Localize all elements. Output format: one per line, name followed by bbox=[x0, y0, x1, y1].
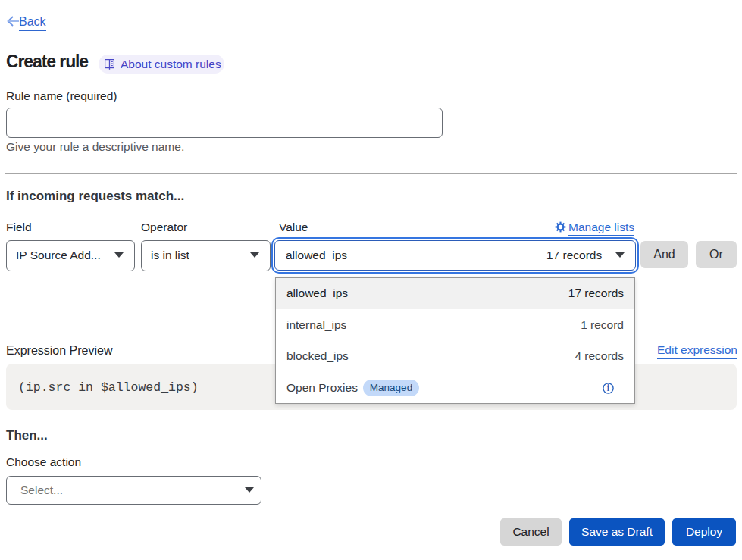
svg-text:i: i bbox=[607, 383, 610, 393]
